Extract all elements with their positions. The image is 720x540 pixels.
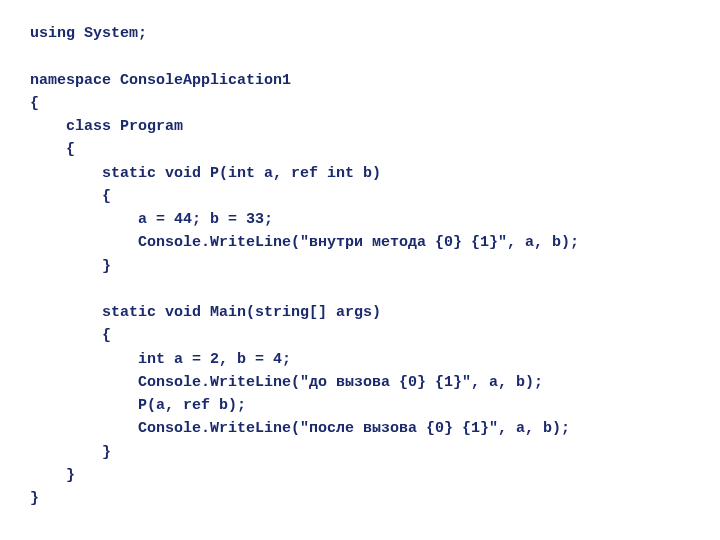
code-block: using System; namespace ConsoleApplicati… [0, 0, 720, 532]
